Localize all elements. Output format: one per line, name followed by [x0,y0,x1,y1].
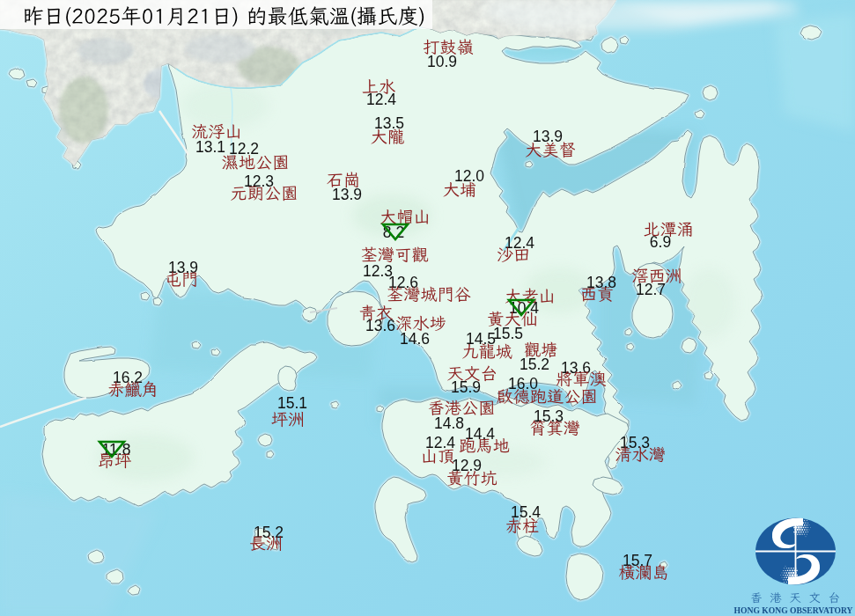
svg-text:13.9: 13.9 [332,186,362,203]
svg-text:HONG KONG OBSERVATORY: HONG KONG OBSERVATORY [734,605,854,615]
svg-text:12.2: 12.2 [229,140,259,158]
svg-text:15.2: 15.2 [520,356,549,373]
svg-text:15.1: 15.1 [277,394,307,412]
svg-text:10.9: 10.9 [427,53,457,70]
svg-text:13.9: 13.9 [533,128,563,145]
svg-text:15.4: 15.4 [511,503,541,521]
svg-text:12.7: 12.7 [636,281,666,298]
svg-text:12.4: 12.4 [505,234,534,252]
svg-text:15.5: 15.5 [493,325,523,342]
svg-text:13.1: 13.1 [195,138,225,156]
svg-text:12.4: 12.4 [425,434,455,451]
svg-text:14.6: 14.6 [400,330,430,348]
svg-text:12.4: 12.4 [366,91,396,108]
svg-text:12.0: 12.0 [454,167,484,185]
svg-text:15.9: 15.9 [451,378,481,396]
svg-text:12.9: 12.9 [452,457,482,474]
svg-text:14.8: 14.8 [434,414,464,432]
svg-text:6.9: 6.9 [650,233,671,251]
svg-text:14.5: 14.5 [466,330,496,348]
